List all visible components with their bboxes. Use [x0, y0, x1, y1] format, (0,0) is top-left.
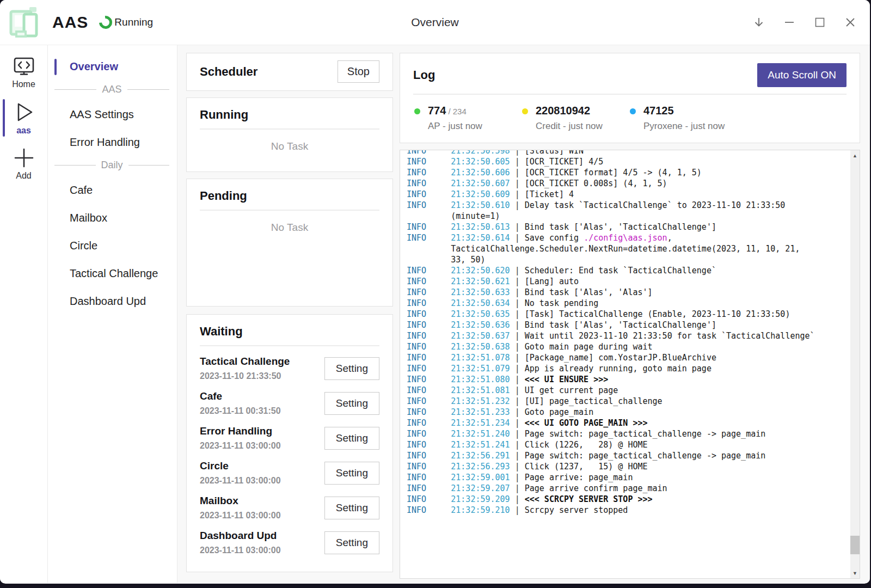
arrow-down-icon: [752, 16, 765, 29]
waiting-title: Waiting: [200, 324, 379, 339]
nav-item-label: Overview: [70, 60, 118, 72]
divider: [200, 210, 379, 211]
nav-section-divider: Daily: [54, 160, 169, 171]
rail-item-add[interactable]: Add: [0, 143, 47, 183]
app-logo-icon: [4, 5, 42, 40]
home-icon: [13, 56, 35, 78]
app-window: AAS Running Overview: [0, 0, 870, 584]
scrollbar-thumb[interactable]: [850, 536, 860, 554]
selected-indicator: [54, 59, 57, 75]
divider: [413, 94, 847, 95]
nav-section-divider: AAS: [54, 84, 169, 95]
close-icon: [844, 16, 856, 28]
task-setting-button[interactable]: Setting: [324, 531, 379, 554]
task-setting-button[interactable]: Setting: [324, 497, 379, 519]
stat-dot: [522, 108, 528, 114]
update-download-button[interactable]: [744, 0, 774, 45]
divider: [200, 345, 379, 346]
icon-rail: Home aas Add: [0, 45, 48, 583]
rail-item-label: aas: [16, 126, 31, 136]
waiting-task-list: Tactical Challenge2023-11-10 21:33:50Set…: [200, 356, 379, 555]
log-card: Log Auto Scroll ON 774/ 234AP - just now…: [400, 53, 860, 143]
stat-body: 220810942Credit - just now: [536, 105, 603, 132]
play-icon: [12, 100, 36, 124]
task-next-run: 2023-11-11 03:00:00: [200, 441, 281, 451]
stat-value-row: 774/ 234: [428, 105, 482, 117]
task-next-run: 2023-11-10 21:33:50: [200, 371, 290, 381]
rail-item-aas[interactable]: aas: [0, 97, 47, 138]
nav-item-cafe[interactable]: Cafe: [48, 179, 177, 202]
stat-item: 774/ 234AP - just now: [413, 105, 521, 132]
nav-item-error-handling[interactable]: Error Handling: [48, 131, 177, 154]
task-setting-button[interactable]: Setting: [324, 392, 379, 415]
stat-suffix: / 234: [448, 107, 466, 116]
selected-indicator: [3, 99, 5, 137]
log-viewport: INFO 21:32:50.598 | [Status] WIN INFO 21…: [400, 150, 850, 578]
scheduler-title: Scheduler: [200, 65, 257, 79]
auto-scroll-button[interactable]: Auto Scroll ON: [757, 63, 847, 87]
task-row: Tactical Challenge2023-11-10 21:33:50Set…: [200, 356, 379, 381]
stat-item: 220810942Credit - just now: [521, 105, 629, 132]
minimize-icon: [783, 16, 795, 28]
task-next-run: 2023-11-11 03:00:00: [200, 511, 281, 520]
nav-item-overview[interactable]: Overview: [48, 55, 177, 78]
pending-empty-text: No Task: [200, 222, 379, 234]
stat-body: 774/ 234AP - just now: [428, 105, 482, 132]
task-name: Mailbox: [200, 495, 281, 507]
stat-value: 774: [428, 105, 446, 117]
task-name: Error Handling: [200, 425, 281, 437]
maximize-icon: [814, 16, 826, 28]
nav-sidebar: OverviewAASAAS SettingsError HandlingDai…: [48, 45, 177, 583]
nav-item-mailbox[interactable]: Mailbox: [48, 206, 177, 230]
scroll-down-button[interactable]: ▼: [850, 568, 860, 578]
stat-dot: [414, 108, 420, 114]
waiting-card: Waiting Tactical Challenge2023-11-10 21:…: [186, 314, 393, 572]
rail-item-label: Add: [16, 171, 31, 181]
stat-label: Pyroxene - just now: [643, 121, 725, 132]
nav-item-dashboard-upd[interactable]: Dashboard Upd: [48, 290, 177, 313]
task-setting-button[interactable]: Setting: [324, 427, 379, 450]
pending-card: Pending No Task: [186, 179, 393, 307]
nav-item-label: Circle: [70, 240, 97, 252]
nav-item-aas-settings[interactable]: AAS Settings: [48, 103, 177, 126]
dashboard-stats: 774/ 234AP - just now220810942Credit - j…: [413, 105, 847, 132]
stat-value: 220810942: [536, 105, 590, 117]
nav-item-label: AAS Settings: [70, 108, 134, 120]
maximize-button[interactable]: [805, 0, 835, 45]
running-status: Running: [114, 16, 153, 28]
pending-title: Pending: [200, 189, 379, 203]
scroll-up-button[interactable]: ▲: [850, 151, 860, 160]
task-info: Cafe2023-11-11 00:31:50: [200, 390, 281, 416]
task-info: Circle2023-11-11 03:00:00: [200, 460, 281, 486]
task-info: Mailbox2023-11-11 03:00:00: [200, 495, 281, 520]
task-next-run: 2023-11-11 03:00:00: [200, 546, 281, 555]
stop-button[interactable]: Stop: [338, 60, 379, 83]
stat-item: 47125Pyroxene - just now: [629, 105, 737, 132]
stat-value-row: 220810942: [536, 105, 603, 117]
tasks-column: Scheduler Stop Running No Task Pending N…: [186, 53, 393, 579]
log-box[interactable]: INFO 21:32:50.598 | [Status] WIN INFO 21…: [400, 150, 860, 579]
task-row: Cafe2023-11-11 00:31:50Setting: [200, 390, 379, 416]
close-button[interactable]: [835, 0, 866, 45]
task-setting-button[interactable]: Setting: [324, 357, 379, 380]
task-name: Dashboard Upd: [200, 530, 281, 542]
stat-value: 47125: [643, 105, 674, 117]
log-scrollbar[interactable]: ▲ ▼: [850, 150, 860, 578]
running-spinner-icon: [96, 13, 115, 32]
task-name: Cafe: [200, 390, 281, 402]
nav-item-circle[interactable]: Circle: [48, 234, 177, 258]
rail-item-home[interactable]: Home: [0, 53, 47, 91]
task-setting-button[interactable]: Setting: [324, 462, 379, 485]
divider: [200, 128, 379, 130]
stat-dot: [630, 108, 636, 114]
log-output: INFO 21:32:50.598 | [Status] WIN INFO 21…: [407, 150, 850, 516]
running-empty-text: No Task: [200, 140, 379, 152]
task-row: Dashboard Upd2023-11-11 03:00:00Setting: [200, 530, 379, 555]
window-controls: [744, 0, 866, 45]
stat-value-row: 47125: [643, 105, 725, 117]
titlebar: AAS Running Overview: [0, 0, 870, 45]
task-row: Error Handling2023-11-11 03:00:00Setting: [200, 425, 379, 451]
nav-item-tactical-challenge[interactable]: Tactical Challenge: [48, 262, 177, 285]
minimize-button[interactable]: [774, 0, 805, 45]
task-next-run: 2023-11-11 00:31:50: [200, 406, 281, 416]
